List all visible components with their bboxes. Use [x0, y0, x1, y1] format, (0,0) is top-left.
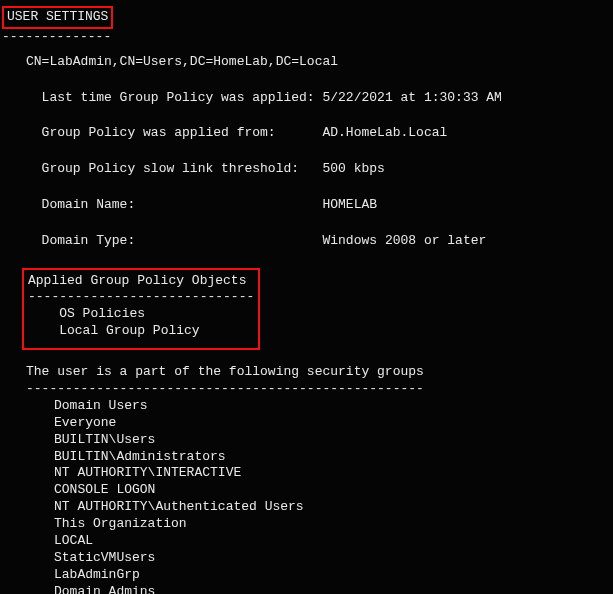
- kv-label: Group Policy was applied from:: [42, 125, 276, 140]
- security-group-item: CONSOLE LOGON: [54, 482, 613, 499]
- kv-label: Domain Type:: [42, 233, 136, 248]
- security-group-item: NT AUTHORITY\Authenticated Users: [54, 499, 613, 516]
- kv-value: Windows 2008 or later: [322, 233, 486, 248]
- header-rule: --------------: [2, 29, 613, 46]
- gpo-item: OS Policies: [28, 306, 254, 323]
- kv-last-apply: Last time Group Policy was applied: 5/22…: [26, 73, 613, 107]
- kv-domain-type: Domain Type: Windows 2008 or later: [26, 216, 613, 250]
- gpo-item: Local Group Policy: [28, 323, 254, 340]
- kv-value: 500 kbps: [322, 161, 384, 176]
- kv-value: HOMELAB: [322, 197, 377, 212]
- security-group-item: This Organization: [54, 516, 613, 533]
- applied-gpo-title: Applied Group Policy Objects: [28, 273, 254, 290]
- security-group-item: Domain Users: [54, 398, 613, 415]
- security-group-item: StaticVMUsers: [54, 550, 613, 567]
- security-group-item: LabAdminGrp: [54, 567, 613, 584]
- kv-label: Group Policy slow link threshold:: [42, 161, 299, 176]
- kv-domain-name: Domain Name: HOMELAB: [26, 180, 613, 214]
- kv-applied-from: Group Policy was applied from: AD.HomeLa…: [26, 108, 613, 142]
- security-group-item: BUILTIN\Users: [54, 432, 613, 449]
- gpo-item-label: OS Policies: [59, 306, 145, 321]
- kv-value: 5/22/2021 at 1:30:33 AM: [322, 90, 501, 105]
- kv-slow-link: Group Policy slow link threshold: 500 kb…: [26, 144, 613, 178]
- security-groups-list: Domain UsersEveryoneBUILTIN\UsersBUILTIN…: [54, 398, 613, 594]
- applied-gpo-box: Applied Group Policy Objects -----------…: [22, 268, 260, 351]
- security-group-item: NT AUTHORITY\INTERACTIVE: [54, 465, 613, 482]
- security-group-item: Domain Admins: [54, 584, 613, 594]
- kv-label: Domain Name:: [42, 197, 136, 212]
- security-groups-title: The user is a part of the following secu…: [26, 364, 613, 381]
- user-dn: CN=LabAdmin,CN=Users,DC=HomeLab,DC=Local: [26, 54, 613, 71]
- security-group-item: Everyone: [54, 415, 613, 432]
- user-settings-header: USER SETTINGS: [2, 6, 113, 29]
- security-group-item: BUILTIN\Administrators: [54, 449, 613, 466]
- kv-label: Last time Group Policy was applied:: [42, 90, 315, 105]
- security-group-item: LOCAL: [54, 533, 613, 550]
- kv-value: AD.HomeLab.Local: [322, 125, 447, 140]
- security-groups-rule: ----------------------------------------…: [26, 381, 613, 398]
- gpo-item-label: Local Group Policy: [59, 323, 199, 338]
- applied-gpo-rule: -----------------------------: [28, 289, 254, 306]
